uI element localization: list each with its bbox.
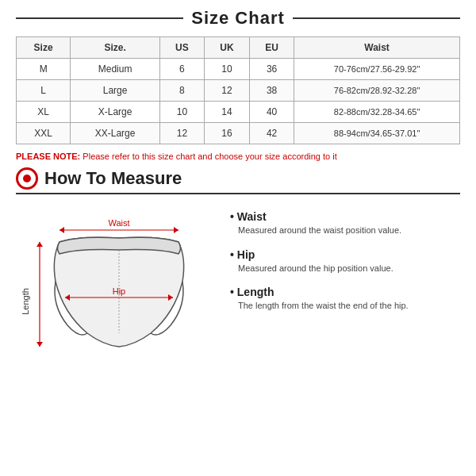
desc-hip: Hip Measured around the hip position val… — [230, 248, 460, 274]
diagram-area: Waist Hip Length — [16, 202, 222, 369]
table-cell: 38 — [250, 80, 294, 102]
table-cell: XXL — [17, 123, 71, 144]
table-cell: 14 — [204, 102, 249, 123]
title-row: Size Chart — [16, 8, 460, 29]
col-us: US — [159, 37, 204, 59]
table-header-row: Size Size. US UK EU Waist — [17, 37, 460, 59]
table-cell: Large — [71, 80, 160, 102]
table-cell: 36 — [250, 59, 294, 80]
size-table: Size Size. US UK EU Waist MMedium6103670… — [16, 36, 460, 144]
table-cell: 76-82cm/28.92-32.28" — [294, 80, 460, 102]
table-cell: 82-88cm/32.28-34.65" — [294, 102, 460, 123]
desc-length: Length The length from the waist the end… — [230, 286, 460, 312]
svg-marker-2 — [60, 227, 64, 233]
table-row: LLarge8123876-82cm/28.92-32.28" — [17, 80, 460, 102]
table-cell: 40 — [250, 102, 294, 123]
svg-marker-11 — [36, 342, 43, 347]
desc-waist: Waist Measured around the waist position… — [230, 210, 460, 236]
col-eu: EU — [250, 37, 294, 59]
table-cell: 70-76cm/27.56-29.92" — [294, 59, 460, 80]
col-size-name: Size. — [71, 37, 160, 59]
col-waist: Waist — [294, 37, 460, 59]
how-icon — [16, 167, 38, 190]
table-cell: 12 — [204, 80, 249, 102]
col-uk: UK — [204, 37, 249, 59]
page-container: Size Chart Size Size. US UK EU Waist MMe… — [0, 0, 476, 476]
svg-text:Hip: Hip — [113, 286, 126, 296]
waist-desc: Measured around the waist position value… — [230, 225, 460, 236]
table-cell: XX-Large — [71, 123, 160, 144]
table-row: XLX-Large10144082-88cm/32.28-34.65" — [17, 102, 460, 123]
note-prefix: PLEASE NOTE: — [16, 152, 80, 161]
length-label: Length — [230, 286, 460, 298]
table-cell: 88-94cm/34.65-37.01" — [294, 123, 460, 144]
table-cell: 12 — [159, 123, 204, 144]
table-cell: X-Large — [71, 102, 160, 123]
table-row: MMedium6103670-76cm/27.56-29.92" — [17, 59, 460, 80]
svg-text:Waist: Waist — [108, 218, 129, 228]
col-size: Size — [17, 37, 71, 59]
please-note: PLEASE NOTE: Please refer to this size c… — [16, 151, 460, 163]
how-to-measure-header: How To Measure — [16, 167, 460, 194]
title-line-right — [293, 17, 460, 19]
descriptions: Waist Measured around the waist position… — [230, 202, 460, 323]
table-cell: 10 — [204, 59, 249, 80]
length-desc: The length from the waist the end of the… — [230, 300, 460, 312]
page-title: Size Chart — [191, 8, 285, 29]
table-cell: 10 — [159, 102, 204, 123]
svg-marker-3 — [174, 227, 178, 233]
table-cell: 16 — [204, 123, 249, 144]
how-icon-inner — [23, 175, 31, 182]
svg-marker-10 — [36, 242, 43, 247]
table-cell: M — [17, 59, 71, 80]
waist-label: Waist — [230, 210, 460, 223]
svg-text:Length: Length — [21, 289, 30, 316]
table-cell: 42 — [250, 123, 294, 144]
how-to-measure-title: How To Measure — [44, 168, 182, 189]
table-cell: XL — [17, 102, 71, 123]
table-cell: 6 — [159, 59, 204, 80]
title-line-left — [16, 17, 183, 19]
table-row: XXLXX-Large12164288-94cm/34.65-37.01" — [17, 123, 460, 144]
measure-section: Waist Hip Length Waist Measured around t… — [16, 202, 460, 369]
table-cell: 8 — [159, 80, 204, 102]
table-cell: L — [17, 80, 71, 102]
note-text: Please refer to this size chart and choo… — [80, 152, 336, 161]
underwear-diagram: Waist Hip Length — [16, 202, 222, 369]
hip-label: Hip — [230, 248, 460, 261]
hip-desc: Measured around the hip position value. — [230, 263, 460, 274]
table-cell: Medium — [71, 59, 160, 80]
